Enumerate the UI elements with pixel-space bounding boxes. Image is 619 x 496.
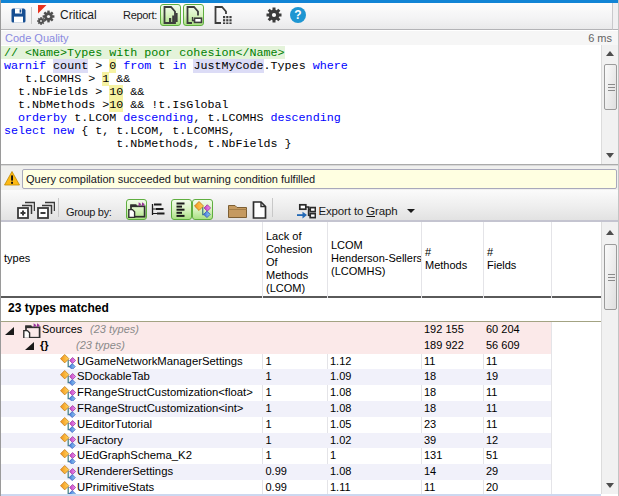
svg-text:?: ?	[294, 8, 301, 22]
